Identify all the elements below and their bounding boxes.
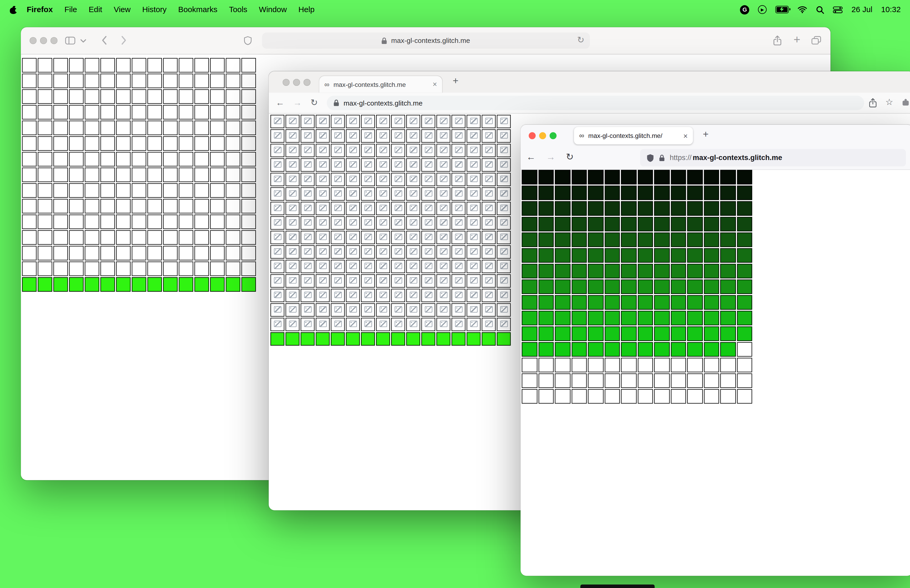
address-bar[interactable]: https:// max-gl-contexts.glitch.me bbox=[640, 149, 906, 166]
grammarly-icon[interactable]: G bbox=[740, 5, 749, 14]
tab-close-icon[interactable]: × bbox=[433, 81, 437, 88]
broken-image-icon bbox=[349, 292, 357, 298]
canvas-cell bbox=[538, 186, 553, 200]
zoom-window-button[interactable] bbox=[304, 79, 310, 86]
browser-tab[interactable]: ∞ max-gl-contexts.glitch.me × bbox=[319, 76, 442, 93]
broken-canvas-cell bbox=[406, 303, 420, 317]
address-bar[interactable]: max-gl-contexts.glitch.me ↻ bbox=[262, 32, 590, 49]
extensions-icon[interactable] bbox=[902, 99, 910, 106]
lock-icon[interactable] bbox=[659, 154, 665, 162]
menu-app-name[interactable]: Firefox bbox=[21, 5, 58, 14]
canvas-cell bbox=[270, 332, 284, 346]
broken-image-icon bbox=[440, 234, 448, 240]
dock-hint[interactable] bbox=[580, 585, 655, 588]
broken-canvas-cell bbox=[346, 173, 360, 186]
back-button[interactable]: ← bbox=[526, 152, 535, 162]
menu-edit[interactable]: Edit bbox=[83, 5, 108, 14]
forward-button[interactable]: → bbox=[293, 98, 302, 107]
canvas-cell bbox=[588, 264, 603, 278]
broken-image-icon bbox=[395, 132, 402, 139]
control-center-icon[interactable] bbox=[833, 6, 842, 13]
play-status-icon[interactable]: ▶ bbox=[758, 5, 767, 14]
broken-image-icon bbox=[349, 190, 357, 197]
canvas-cell bbox=[637, 264, 653, 278]
broken-image-icon bbox=[425, 248, 432, 255]
menu-date[interactable]: 26 Jul bbox=[852, 5, 872, 14]
tracking-protection-shield-icon[interactable] bbox=[647, 153, 654, 162]
menu-window[interactable]: Window bbox=[253, 5, 293, 14]
canvas-cell bbox=[522, 279, 537, 294]
new-tab-button[interactable]: + bbox=[703, 129, 709, 139]
canvas-cell bbox=[703, 186, 719, 200]
back-button[interactable]: ← bbox=[276, 98, 284, 107]
canvas-cell bbox=[147, 215, 162, 229]
broken-canvas-cell bbox=[270, 129, 284, 143]
share-icon[interactable] bbox=[773, 35, 782, 46]
sidebar-toggle-icon[interactable] bbox=[65, 37, 76, 45]
broken-canvas-cell bbox=[391, 187, 405, 201]
privacy-shield-icon[interactable] bbox=[244, 36, 252, 45]
menu-time[interactable]: 10:32 bbox=[881, 5, 900, 14]
broken-canvas-cell bbox=[331, 187, 345, 201]
bookmark-star-icon[interactable]: ☆ bbox=[885, 97, 893, 106]
menu-bookmarks[interactable]: Bookmarks bbox=[173, 5, 223, 14]
close-window-button[interactable] bbox=[529, 132, 535, 139]
reload-icon[interactable]: ↻ bbox=[566, 152, 574, 162]
broken-image-icon bbox=[410, 234, 417, 240]
canvas-cell bbox=[69, 277, 84, 292]
minimize-window-button[interactable] bbox=[40, 37, 47, 44]
tab-overview-icon[interactable] bbox=[811, 36, 821, 45]
canvas-cell bbox=[241, 230, 256, 245]
canvas-cell bbox=[163, 105, 178, 120]
back-button[interactable] bbox=[101, 35, 107, 45]
canvas-cell bbox=[555, 295, 570, 310]
reload-icon[interactable]: ↻ bbox=[310, 98, 318, 107]
broken-canvas-cell bbox=[497, 129, 511, 143]
browser-tab[interactable]: ∞ max-gl-contexts.glitch.me/ × bbox=[574, 127, 693, 144]
menu-help[interactable]: Help bbox=[293, 5, 320, 14]
close-window-button[interactable] bbox=[29, 37, 36, 44]
address-bar[interactable]: max-gl-contexts.glitch.me bbox=[327, 96, 864, 110]
menu-view[interactable]: View bbox=[108, 5, 136, 14]
new-tab-button[interactable]: + bbox=[453, 76, 458, 86]
forward-button[interactable] bbox=[121, 35, 127, 45]
canvas-cell bbox=[737, 279, 752, 294]
tab-close-icon[interactable]: × bbox=[683, 132, 688, 139]
canvas-cell bbox=[69, 183, 84, 198]
canvas-cell bbox=[588, 295, 603, 310]
menu-history[interactable]: History bbox=[136, 5, 173, 14]
broken-canvas-cell bbox=[406, 202, 420, 215]
canvas-cell bbox=[406, 332, 420, 346]
canvas-cell bbox=[621, 233, 636, 247]
canvas-cell bbox=[226, 183, 240, 198]
canvas-cell bbox=[179, 74, 193, 88]
broken-image-icon bbox=[425, 176, 432, 182]
close-window-button[interactable] bbox=[283, 79, 289, 86]
minimize-window-button[interactable] bbox=[293, 79, 300, 86]
broken-canvas-cell bbox=[391, 173, 405, 186]
menu-file[interactable]: File bbox=[59, 5, 83, 14]
forward-button[interactable]: → bbox=[546, 152, 555, 162]
broken-image-icon bbox=[349, 205, 357, 211]
share-icon[interactable] bbox=[869, 98, 877, 108]
chevron-down-icon[interactable] bbox=[80, 39, 86, 43]
wifi-icon[interactable] bbox=[798, 6, 807, 13]
reload-icon[interactable]: ↻ bbox=[577, 35, 585, 44]
menu-tools[interactable]: Tools bbox=[223, 5, 253, 14]
broken-image-icon bbox=[500, 277, 508, 283]
canvas-cell bbox=[100, 277, 115, 292]
canvas-cell bbox=[241, 105, 256, 120]
zoom-window-button[interactable] bbox=[550, 132, 556, 139]
canvas-cell bbox=[671, 342, 686, 357]
broken-image-icon bbox=[319, 248, 327, 255]
battery-icon[interactable] bbox=[776, 6, 789, 13]
broken-image-icon bbox=[395, 161, 402, 167]
canvas-cell bbox=[555, 201, 570, 216]
minimize-window-button[interactable] bbox=[539, 132, 546, 139]
spotlight-search-icon[interactable] bbox=[816, 5, 824, 14]
zoom-window-button[interactable] bbox=[50, 37, 57, 44]
new-tab-button[interactable]: + bbox=[794, 34, 800, 45]
canvas-cell bbox=[703, 389, 719, 404]
broken-image-icon bbox=[455, 234, 462, 240]
apple-menu-icon[interactable] bbox=[9, 5, 18, 14]
